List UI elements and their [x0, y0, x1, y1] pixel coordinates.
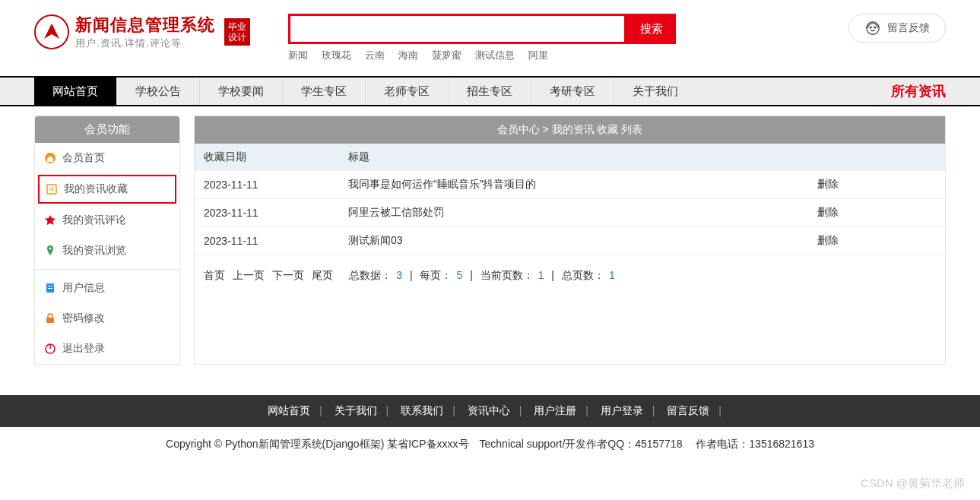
footer-link[interactable]: 用户注册 — [525, 404, 585, 416]
svg-rect-9 — [48, 286, 52, 286]
cell-date: 2023-11-11 — [195, 171, 339, 199]
sidebar-item-profile[interactable]: 用户信息 — [35, 273, 179, 303]
page-next[interactable]: 下一页 — [272, 269, 304, 281]
delete-link[interactable]: 删除 — [808, 171, 945, 199]
cell-title[interactable]: 测试新闻03 — [339, 227, 808, 255]
footer-copyright: Copyright © Python新闻管理系统(Django框架) 某省ICP… — [0, 427, 980, 467]
star-icon — [44, 214, 56, 226]
search-tag[interactable]: 玫瑰花 — [322, 49, 351, 62]
sidebar-item-history[interactable]: 我的资讯浏览 — [35, 236, 179, 266]
search-input[interactable] — [288, 14, 626, 44]
sidebar-item-logout[interactable]: 退出登录 — [35, 334, 179, 364]
footer-link[interactable]: 用户登录 — [591, 404, 652, 416]
nav-all-news[interactable]: 所有资讯 — [891, 78, 946, 105]
nav-home[interactable]: 网站首页 — [34, 78, 116, 105]
pages-value: 1 — [609, 269, 615, 281]
table-row: 2023-11-11 我同事是如何运作“睡眠音乐”抖音项目的 删除 — [195, 171, 945, 199]
table-row: 2023-11-11 阿里云被工信部处罚 删除 — [195, 199, 945, 227]
current-label: 当前页数： — [480, 269, 534, 281]
nav-admission[interactable]: 招生专区 — [448, 78, 531, 105]
page-last[interactable]: 尾页 — [312, 269, 333, 281]
svg-rect-10 — [48, 288, 52, 289]
sidebar-item-label: 用户信息 — [62, 281, 105, 295]
total-value: 3 — [396, 269, 402, 281]
sidebar-header: 会员功能 — [35, 116, 179, 143]
search-button[interactable]: 搜索 — [626, 14, 676, 44]
sidebar-item-label: 会员首页 — [62, 151, 105, 165]
svg-point-1 — [870, 27, 871, 28]
sidebar: 会员功能 会员首页 我的资讯收藏 我的资讯评论 我的资讯浏览 用户信息 密码修改 — [34, 116, 180, 365]
cell-title[interactable]: 我同事是如何运作“睡眠音乐”抖音项目的 — [339, 171, 808, 199]
svg-point-7 — [49, 248, 52, 250]
nav-teacher[interactable]: 老师专区 — [365, 78, 448, 105]
clipboard-icon — [44, 282, 56, 294]
search-tag[interactable]: 云南 — [365, 49, 385, 62]
cell-title[interactable]: 阿里云被工信部处罚 — [339, 199, 808, 227]
support-icon — [864, 20, 881, 36]
svg-rect-4 — [47, 185, 56, 194]
sidebar-item-password[interactable]: 密码修改 — [35, 303, 179, 334]
search-tag[interactable]: 海南 — [398, 49, 418, 62]
nav-news[interactable]: 学校要闻 — [199, 78, 282, 105]
main-nav: 网站首页 学校公告 学校要闻 学生专区 老师专区 招生专区 考研专区 关于我们 … — [0, 76, 980, 106]
svg-point-2 — [874, 27, 876, 28]
lock-icon — [44, 312, 56, 324]
sidebar-item-label: 密码修改 — [62, 312, 105, 325]
page-prev[interactable]: 上一页 — [233, 269, 265, 281]
footer-link[interactable]: 关于我们 — [325, 404, 386, 416]
pages-label: 总页数： — [562, 269, 604, 281]
sidebar-item-favorites[interactable]: 我的资讯收藏 — [38, 175, 176, 204]
sidebar-item-label: 退出登录 — [62, 342, 105, 356]
delete-link[interactable]: 删除 — [808, 199, 945, 227]
search-tag[interactable]: 测试信息 — [475, 49, 515, 62]
footer-link[interactable]: 联系我们 — [392, 404, 452, 416]
cell-date: 2023-11-11 — [195, 227, 339, 255]
pin-icon — [44, 245, 56, 257]
bookmark-icon — [46, 183, 58, 195]
sidebar-divider — [35, 269, 179, 270]
col-action — [808, 144, 945, 171]
page-first[interactable]: 首页 — [204, 269, 225, 281]
search-tags: 新闻 玫瑰花 云南 海南 菠萝蜜 测试信息 阿里 — [288, 49, 676, 62]
nav-about[interactable]: 关于我们 — [614, 78, 696, 105]
search-tag[interactable]: 新闻 — [288, 49, 308, 62]
search-tag[interactable]: 菠萝蜜 — [432, 49, 461, 62]
sidebar-item-label: 我的资讯浏览 — [62, 244, 126, 258]
current-value: 1 — [538, 269, 544, 281]
logo: 新闻信息管理系统 用户.资讯.详情.评论等 毕业 设计 — [34, 14, 250, 50]
logo-icon — [34, 14, 69, 49]
sidebar-item-label: 我的资讯收藏 — [64, 182, 128, 196]
feedback-button[interactable]: 留言反馈 — [848, 14, 946, 43]
sidebar-item-label: 我的资讯评论 — [62, 214, 126, 227]
perpage-value: 5 — [456, 269, 462, 281]
home-icon — [44, 152, 56, 164]
logo-title: 新闻信息管理系统 — [75, 14, 215, 36]
svg-rect-11 — [46, 318, 54, 323]
footer-link[interactable]: 网站首页 — [258, 404, 319, 416]
power-icon — [44, 343, 56, 355]
feedback-label: 留言反馈 — [887, 21, 930, 35]
col-title: 标题 — [339, 144, 808, 171]
breadcrumb: 会员中心 > 我的资讯 收藏 列表 — [195, 116, 945, 144]
cell-date: 2023-11-11 — [195, 199, 339, 227]
table-row: 2023-11-11 测试新闻03 删除 — [195, 227, 945, 255]
nav-exam[interactable]: 考研专区 — [531, 78, 614, 105]
col-date: 收藏日期 — [195, 144, 339, 171]
sidebar-item-home[interactable]: 会员首页 — [35, 143, 179, 173]
main-panel: 会员中心 > 我的资讯 收藏 列表 收藏日期 标题 2023-11-11 我同事… — [194, 116, 946, 365]
footer-nav: 网站首页| 关于我们| 联系我们| 资讯中心| 用户注册| 用户登录| 留言反馈… — [0, 395, 980, 427]
footer-link[interactable]: 资讯中心 — [458, 404, 519, 416]
search-tag[interactable]: 阿里 — [528, 49, 548, 62]
logo-badge: 毕业 设计 — [224, 18, 250, 46]
logo-subtitle: 用户.资讯.详情.评论等 — [75, 36, 215, 50]
nav-notice[interactable]: 学校公告 — [116, 78, 199, 105]
favorites-table: 收藏日期 标题 2023-11-11 我同事是如何运作“睡眠音乐”抖音项目的 删… — [195, 144, 945, 255]
total-label: 总数据： — [349, 269, 392, 281]
perpage-label: 每页： — [420, 269, 452, 281]
footer-link[interactable]: 留言反馈 — [658, 404, 718, 416]
sidebar-item-comments[interactable]: 我的资讯评论 — [35, 205, 179, 236]
pagination: 首页 上一页 下一页 尾页 总数据：3 | 每页：5 | 当前页数：1 | 总页… — [195, 255, 945, 296]
nav-student[interactable]: 学生专区 — [282, 78, 365, 105]
delete-link[interactable]: 删除 — [808, 227, 945, 255]
